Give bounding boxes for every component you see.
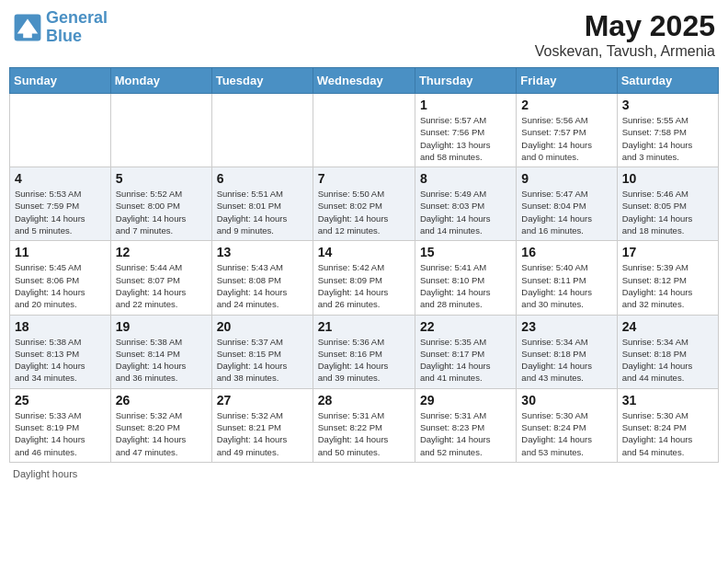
day-cell: 7Sunrise: 5:50 AM Sunset: 8:02 PM Daylig… [313,167,415,241]
day-cell [211,94,313,167]
day-info: Sunrise: 5:43 AM Sunset: 8:08 PM Dayligh… [217,261,308,310]
daylight-label: Daylight hours [13,468,77,479]
day-cell: 12Sunrise: 5:44 AM Sunset: 8:07 PM Dayli… [110,241,211,315]
day-info: Sunrise: 5:39 AM Sunset: 8:12 PM Dayligh… [622,261,713,310]
day-info: Sunrise: 5:55 AM Sunset: 7:58 PM Dayligh… [622,114,713,163]
day-cell: 8Sunrise: 5:49 AM Sunset: 8:03 PM Daylig… [415,167,516,241]
month-year: May 2025 [535,9,715,43]
day-cell: 14Sunrise: 5:42 AM Sunset: 8:09 PM Dayli… [313,241,415,315]
day-number: 19 [116,319,207,334]
day-info: Sunrise: 5:34 AM Sunset: 8:18 PM Dayligh… [622,336,713,385]
day-info: Sunrise: 5:31 AM Sunset: 8:23 PM Dayligh… [420,409,511,458]
day-cell: 20Sunrise: 5:37 AM Sunset: 8:15 PM Dayli… [211,315,313,388]
day-number: 12 [116,245,207,259]
day-number: 1 [420,98,511,112]
day-number: 26 [116,393,207,408]
logo-icon [13,13,42,42]
day-cell: 28Sunrise: 5:31 AM Sunset: 8:22 PM Dayli… [313,388,415,462]
day-cell: 11Sunrise: 5:45 AM Sunset: 8:06 PM Dayli… [10,241,111,315]
day-number: 29 [420,393,511,408]
day-cell: 10Sunrise: 5:46 AM Sunset: 8:05 PM Dayli… [617,167,718,241]
weekday-header-sunday: Sunday [10,68,111,94]
week-row-1: 1Sunrise: 5:57 AM Sunset: 7:56 PM Daylig… [10,94,719,167]
day-cell: 5Sunrise: 5:52 AM Sunset: 8:00 PM Daylig… [110,167,211,241]
day-info: Sunrise: 5:38 AM Sunset: 8:14 PM Dayligh… [116,336,207,385]
weekday-header-row: SundayMondayTuesdayWednesdayThursdayFrid… [10,68,719,94]
logo-line2: Blue [46,27,82,45]
weekday-header-friday: Friday [517,68,617,94]
day-cell [10,94,111,167]
day-cell: 30Sunrise: 5:30 AM Sunset: 8:24 PM Dayli… [517,388,617,462]
day-info: Sunrise: 5:36 AM Sunset: 8:16 PM Dayligh… [318,336,410,385]
day-info: Sunrise: 5:51 AM Sunset: 8:01 PM Dayligh… [217,188,308,236]
day-cell: 26Sunrise: 5:32 AM Sunset: 8:20 PM Dayli… [110,388,211,462]
day-number: 4 [15,171,106,186]
day-cell: 24Sunrise: 5:34 AM Sunset: 8:18 PM Dayli… [617,315,718,388]
day-number: 7 [318,171,410,186]
day-info: Sunrise: 5:50 AM Sunset: 8:02 PM Dayligh… [318,188,410,236]
location: Voskevan, Tavush, Armenia [535,43,715,60]
day-number: 2 [521,98,611,112]
logo: General Blue [13,9,108,46]
day-info: Sunrise: 5:47 AM Sunset: 8:04 PM Dayligh… [521,188,611,236]
logo-line1: General [46,8,108,27]
day-info: Sunrise: 5:49 AM Sunset: 8:03 PM Dayligh… [420,188,511,236]
day-number: 15 [420,245,511,259]
weekday-header-monday: Monday [110,68,211,94]
day-cell: 19Sunrise: 5:38 AM Sunset: 8:14 PM Dayli… [110,315,211,388]
week-row-4: 18Sunrise: 5:38 AM Sunset: 8:13 PM Dayli… [10,315,719,388]
day-number: 10 [622,171,713,186]
day-cell: 22Sunrise: 5:35 AM Sunset: 8:17 PM Dayli… [415,315,516,388]
day-info: Sunrise: 5:53 AM Sunset: 7:59 PM Dayligh… [15,188,106,236]
day-number: 31 [622,393,713,408]
day-info: Sunrise: 5:31 AM Sunset: 8:22 PM Dayligh… [318,409,410,458]
day-cell: 13Sunrise: 5:43 AM Sunset: 8:08 PM Dayli… [211,241,313,315]
page-header: General Blue May 2025 Voskevan, Tavush, … [9,9,719,60]
day-info: Sunrise: 5:38 AM Sunset: 8:13 PM Dayligh… [15,336,106,385]
day-cell: 16Sunrise: 5:40 AM Sunset: 8:11 PM Dayli… [517,241,617,315]
day-cell: 21Sunrise: 5:36 AM Sunset: 8:16 PM Dayli… [313,315,415,388]
day-number: 13 [217,245,308,259]
day-info: Sunrise: 5:46 AM Sunset: 8:05 PM Dayligh… [622,188,713,236]
day-info: Sunrise: 5:37 AM Sunset: 8:15 PM Dayligh… [217,336,308,385]
weekday-header-tuesday: Tuesday [211,68,313,94]
svg-rect-2 [23,30,32,38]
day-number: 21 [318,319,410,334]
day-cell: 18Sunrise: 5:38 AM Sunset: 8:13 PM Dayli… [10,315,111,388]
day-number: 17 [622,245,713,259]
day-cell: 29Sunrise: 5:31 AM Sunset: 8:23 PM Dayli… [415,388,516,462]
calendar-footer: Daylight hours [9,468,719,479]
day-number: 30 [521,393,611,408]
day-info: Sunrise: 5:34 AM Sunset: 8:18 PM Dayligh… [521,336,611,385]
day-cell: 4Sunrise: 5:53 AM Sunset: 7:59 PM Daylig… [10,167,111,241]
day-cell [110,94,211,167]
day-cell: 17Sunrise: 5:39 AM Sunset: 8:12 PM Dayli… [617,241,718,315]
title-block: May 2025 Voskevan, Tavush, Armenia [535,9,715,60]
day-number: 9 [521,171,611,186]
weekday-header-wednesday: Wednesday [313,68,415,94]
day-number: 22 [420,319,511,334]
day-info: Sunrise: 5:40 AM Sunset: 8:11 PM Dayligh… [521,261,611,310]
day-info: Sunrise: 5:44 AM Sunset: 8:07 PM Dayligh… [116,261,207,310]
day-info: Sunrise: 5:42 AM Sunset: 8:09 PM Dayligh… [318,261,410,310]
day-info: Sunrise: 5:32 AM Sunset: 8:20 PM Dayligh… [116,409,207,458]
day-number: 24 [622,319,713,334]
day-cell: 3Sunrise: 5:55 AM Sunset: 7:58 PM Daylig… [617,94,718,167]
day-number: 28 [318,393,410,408]
day-number: 5 [116,171,207,186]
day-cell: 2Sunrise: 5:56 AM Sunset: 7:57 PM Daylig… [517,94,617,167]
week-row-3: 11Sunrise: 5:45 AM Sunset: 8:06 PM Dayli… [10,241,719,315]
day-info: Sunrise: 5:41 AM Sunset: 8:10 PM Dayligh… [420,261,511,310]
weekday-header-thursday: Thursday [415,68,516,94]
day-cell [313,94,415,167]
day-number: 23 [521,319,611,334]
day-number: 8 [420,171,511,186]
day-info: Sunrise: 5:32 AM Sunset: 8:21 PM Dayligh… [217,409,308,458]
day-number: 14 [318,245,410,259]
day-info: Sunrise: 5:56 AM Sunset: 7:57 PM Dayligh… [521,114,611,163]
day-number: 18 [15,319,106,334]
day-cell: 25Sunrise: 5:33 AM Sunset: 8:19 PM Dayli… [10,388,111,462]
day-cell: 6Sunrise: 5:51 AM Sunset: 8:01 PM Daylig… [211,167,313,241]
calendar-table: SundayMondayTuesdayWednesdayThursdayFrid… [9,67,719,463]
week-row-5: 25Sunrise: 5:33 AM Sunset: 8:19 PM Dayli… [10,388,719,462]
